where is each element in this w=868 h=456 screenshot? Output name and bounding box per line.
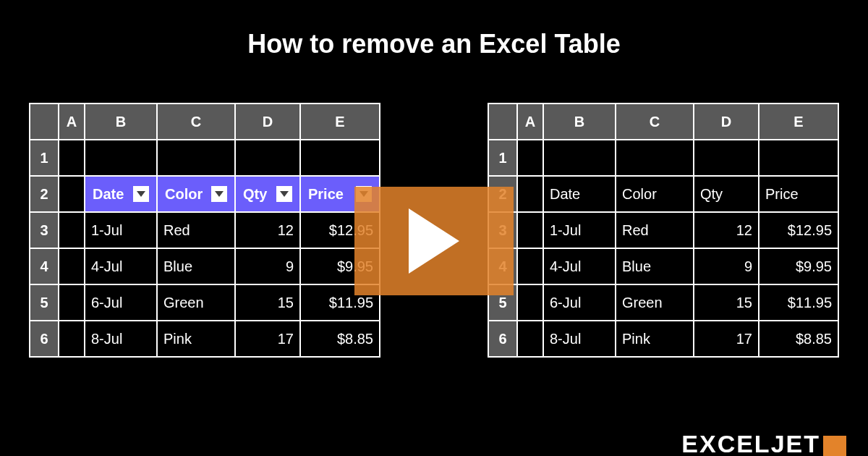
cell[interactable] <box>543 140 616 176</box>
cell[interactable]: Blue <box>157 248 235 284</box>
corner-cell <box>488 104 517 140</box>
cell[interactable]: 9 <box>694 248 759 284</box>
row-header[interactable]: 2 <box>30 176 59 212</box>
table-row: 4 4-Jul Blue 9 $9.95 <box>30 248 380 284</box>
svg-marker-2 <box>280 191 289 197</box>
cell[interactable] <box>235 140 300 176</box>
row-header[interactable]: 3 <box>30 212 59 248</box>
play-icon <box>405 208 463 274</box>
cell[interactable] <box>517 212 543 248</box>
table-row: 4 4-Jul Blue 9 $9.95 <box>488 248 838 284</box>
cell[interactable]: $12.95 <box>759 212 838 248</box>
cell[interactable]: Green <box>157 284 235 321</box>
col-header[interactable]: E <box>300 104 380 140</box>
header-label: Price <box>308 186 344 203</box>
table-row: 5 6-Jul Green 15 $11.95 <box>488 284 838 321</box>
brand-logo: EXCELJET <box>681 431 846 456</box>
col-header[interactable]: C <box>616 104 694 140</box>
col-header[interactable]: A <box>59 104 85 140</box>
cell[interactable]: Pink <box>157 321 235 357</box>
page-title: How to remove an Excel Table <box>0 0 868 103</box>
col-header[interactable]: D <box>694 104 759 140</box>
col-header[interactable]: B <box>543 104 616 140</box>
cell[interactable] <box>59 321 85 357</box>
cell[interactable] <box>85 140 157 176</box>
cell[interactable]: Blue <box>616 248 694 284</box>
filter-dropdown-icon[interactable] <box>133 186 149 202</box>
cell[interactable]: $8.85 <box>759 321 838 357</box>
cell[interactable] <box>517 284 543 321</box>
cell[interactable]: 6-Jul <box>85 284 157 321</box>
table-row: 5 6-Jul Green 15 $11.95 <box>30 284 380 321</box>
table-header-qty[interactable]: Qty <box>235 176 300 212</box>
row-header[interactable]: 4 <box>30 248 59 284</box>
cell[interactable]: 4-Jul <box>85 248 157 284</box>
cell[interactable]: $11.95 <box>759 284 838 321</box>
row-header[interactable]: 6 <box>30 321 59 357</box>
cell[interactable]: $9.95 <box>759 248 838 284</box>
cell[interactable]: 1-Jul <box>85 212 157 248</box>
col-header[interactable]: C <box>157 104 235 140</box>
row-header[interactable]: 6 <box>488 321 517 357</box>
cell[interactable]: 15 <box>235 284 300 321</box>
cell[interactable] <box>157 140 235 176</box>
header-label: Qty <box>243 186 267 203</box>
cell[interactable] <box>517 248 543 284</box>
table-row: 3 1-Jul Red 12 $12.95 <box>30 212 380 248</box>
col-header[interactable]: E <box>759 104 838 140</box>
cell[interactable]: 12 <box>235 212 300 248</box>
cell[interactable]: Color <box>616 176 694 212</box>
header-label: Color <box>165 186 203 203</box>
col-header[interactable]: B <box>85 104 157 140</box>
filter-dropdown-icon[interactable] <box>276 186 292 202</box>
cell[interactable]: 15 <box>694 284 759 321</box>
cell[interactable] <box>517 176 543 212</box>
cell[interactable]: Red <box>616 212 694 248</box>
table-row: 6 8-Jul Pink 17 $8.85 <box>30 321 380 357</box>
cell[interactable]: 6-Jul <box>543 284 616 321</box>
row-header[interactable]: 1 <box>488 140 517 176</box>
cell[interactable]: $8.85 <box>300 321 380 357</box>
cell[interactable]: 8-Jul <box>85 321 157 357</box>
cell[interactable] <box>300 140 380 176</box>
table-row: 3 1-Jul Red 12 $12.95 <box>488 212 838 248</box>
cell[interactable] <box>759 140 838 176</box>
cell[interactable]: Date <box>543 176 616 212</box>
corner-cell <box>30 104 59 140</box>
play-button[interactable] <box>354 187 514 295</box>
cell[interactable]: 9 <box>235 248 300 284</box>
cell[interactable]: Pink <box>616 321 694 357</box>
cell[interactable]: Price <box>759 176 838 212</box>
col-header[interactable]: D <box>235 104 300 140</box>
brand-text: EXCELJET <box>681 430 820 456</box>
cell[interactable] <box>517 140 543 176</box>
cell[interactable] <box>694 140 759 176</box>
right-sheet: A B C D E 1 2 Date Color Qty Price 3 1-J… <box>488 103 839 358</box>
cell[interactable]: 8-Jul <box>543 321 616 357</box>
cell[interactable]: 17 <box>235 321 300 357</box>
cell[interactable] <box>59 284 85 321</box>
cell[interactable] <box>616 140 694 176</box>
brand-accent-icon <box>823 436 846 456</box>
cell[interactable]: 12 <box>694 212 759 248</box>
cell[interactable] <box>59 212 85 248</box>
filter-dropdown-icon[interactable] <box>211 186 227 202</box>
cell[interactable] <box>59 248 85 284</box>
row-header[interactable]: 5 <box>30 284 59 321</box>
cell[interactable] <box>59 140 85 176</box>
cell[interactable]: 1-Jul <box>543 212 616 248</box>
cell[interactable] <box>59 176 85 212</box>
cell[interactable] <box>517 321 543 357</box>
cell[interactable]: 4-Jul <box>543 248 616 284</box>
svg-marker-0 <box>137 191 145 197</box>
cell[interactable]: 17 <box>694 321 759 357</box>
table-header-color[interactable]: Color <box>157 176 235 212</box>
cell[interactable]: Red <box>157 212 235 248</box>
col-header[interactable]: A <box>517 104 543 140</box>
svg-marker-1 <box>215 191 224 197</box>
header-label: Date <box>93 186 124 203</box>
table-header-date[interactable]: Date <box>85 176 157 212</box>
cell[interactable]: Green <box>616 284 694 321</box>
row-header[interactable]: 1 <box>30 140 59 176</box>
cell[interactable]: Qty <box>694 176 759 212</box>
